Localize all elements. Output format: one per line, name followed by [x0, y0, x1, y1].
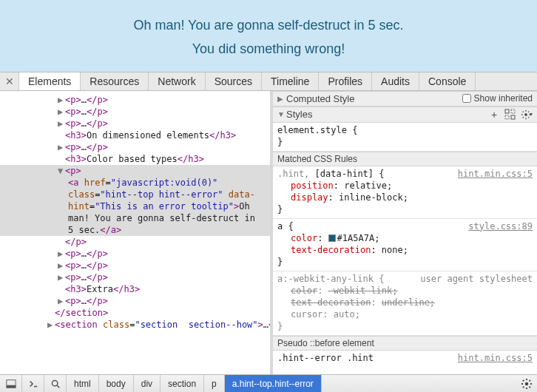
preview-line-1: Oh man! You are gonna self-destruct in 5…	[7, 13, 530, 37]
tab-profiles[interactable]: Profiles	[319, 72, 372, 90]
svg-point-7	[52, 380, 57, 385]
dom-tree-row[interactable]: ▶<p>…</p>	[0, 295, 270, 307]
css-prop[interactable]: display	[291, 192, 328, 203]
tab-network[interactable]: Network	[149, 72, 205, 90]
css-val: -webkit-link;	[328, 285, 398, 296]
matched-rules-header: Matched CSS Rules	[273, 152, 537, 166]
show-inherited-checkbox[interactable]	[462, 94, 471, 103]
css-prop: color	[291, 285, 317, 296]
svg-point-8	[525, 382, 528, 385]
css-prop[interactable]: color	[291, 233, 317, 243]
chevron-down-icon: ▼	[277, 110, 286, 118]
dom-tree-row[interactable]: <h3>Extra</h3>	[0, 283, 270, 295]
selector-strong: [data-hint]	[315, 169, 374, 179]
close-devtools-button[interactable]: ✕	[0, 72, 19, 90]
css-val[interactable]: none;	[382, 245, 408, 255]
dom-tree-row[interactable]: ▶<p>…</p>	[0, 271, 270, 283]
dom-tree-row[interactable]: ▶<section class="section section--how">……	[0, 319, 270, 331]
svg-rect-1	[511, 109, 515, 113]
styles-settings-button[interactable]: ▾	[521, 109, 533, 121]
breadcrumb-a[interactable]: a.hint--top.hint--error	[225, 375, 322, 392]
selector-ua: a:-webkit-any-link	[277, 274, 374, 284]
toggle-element-state-button[interactable]	[504, 109, 516, 121]
dom-selected-node[interactable]: <a href="javascript:void(0)" class="hint…	[0, 177, 270, 236]
dom-tree-row[interactable]: ▶<p>…</p>	[0, 94, 270, 106]
inspect-element-button[interactable]	[44, 375, 67, 392]
css-rule-ua[interactable]: user agent stylesheet a:-webkit-any-link…	[273, 271, 537, 336]
dom-tree-row[interactable]: <h3>On dimensioned elements</h3>	[0, 129, 270, 141]
dom-tree-row[interactable]: ▶<p>…</p>	[0, 118, 270, 129]
dom-tree-pane[interactable]: ▶<p>…</p>▶<p>…</p>▶<p>…</p><h3>On dimens…	[0, 91, 270, 374]
breadcrumb-html[interactable]: html	[67, 375, 99, 392]
svg-rect-6	[6, 385, 15, 388]
selector-dim: .hint,	[277, 169, 315, 179]
element-style-selector: element.style {	[277, 125, 357, 135]
tab-sources[interactable]: Sources	[206, 72, 262, 90]
source-link-hint[interactable]: hint.min.css:5	[458, 168, 533, 180]
new-style-rule-button[interactable]: +	[488, 109, 500, 121]
breadcrumb-p[interactable]: p	[204, 375, 225, 392]
tab-audits[interactable]: Audits	[372, 72, 419, 90]
source-link-pseudo[interactable]: hint.min.css:5	[458, 352, 533, 364]
dock-side-button[interactable]	[0, 375, 22, 392]
show-inherited-toggle[interactable]: Show inherited	[462, 93, 533, 104]
css-prop: cursor	[291, 309, 322, 320]
dom-tree-row[interactable]: <h3>Color based types</h3>	[0, 153, 270, 165]
dom-tree-row[interactable]: </p>	[0, 236, 270, 248]
css-val: underline;	[382, 297, 435, 308]
css-prop: text-decoration	[291, 297, 371, 308]
css-prop[interactable]: text-decoration	[291, 245, 371, 255]
breadcrumb-div[interactable]: div	[134, 375, 161, 392]
svg-rect-0	[505, 109, 509, 113]
svg-rect-2	[505, 115, 509, 119]
tab-resources[interactable]: Resources	[81, 72, 149, 90]
devtools-main: ▶<p>…</p>▶<p>…</p>▶<p>…</p><h3>On dimens…	[0, 91, 537, 374]
dom-tree-row[interactable]: ▶<p>…</p>	[0, 248, 270, 260]
computed-style-header[interactable]: ▶ Computed Style Show inherited	[273, 91, 537, 107]
show-console-button[interactable]	[22, 375, 44, 392]
selector-strong: a	[277, 221, 283, 232]
css-rule-a[interactable]: style.css:89 a { color: #1A5A7A; text-de…	[273, 219, 537, 271]
pseudo-selector: .hint--error .hint	[277, 353, 374, 363]
bottom-toolbar: html body div section p a.hint--top.hint…	[0, 374, 537, 392]
tab-console[interactable]: Console	[419, 72, 476, 90]
computed-style-label: Computed Style	[286, 93, 355, 104]
dom-tree-row[interactable]: ▶<p>…</p>	[0, 141, 270, 153]
svg-point-4	[524, 113, 527, 116]
css-rule-hint[interactable]: hint.min.css:5 .hint, [data-hint] { posi…	[273, 166, 537, 219]
settings-gear-button[interactable]	[516, 375, 537, 392]
svg-rect-3	[511, 115, 515, 119]
page-preview: Oh man! You are gonna self-destruct in 5…	[0, 0, 537, 72]
element-style-block[interactable]: element.style { }	[273, 123, 537, 152]
dom-tree-row[interactable]: ▶<p>…</p>	[0, 106, 270, 118]
dom-tree-row[interactable]: </section>	[0, 307, 270, 319]
css-val[interactable]: #1A5A7A;	[337, 233, 380, 243]
devtools-tabs: ✕ Elements Resources Network Sources Tim…	[0, 72, 537, 91]
breadcrumb-section[interactable]: section	[161, 375, 204, 392]
css-rule-pseudo[interactable]: hint.min.css:5 .hint--error .hint	[273, 351, 537, 367]
css-prop[interactable]: position	[291, 180, 334, 191]
dom-tree-row[interactable]: ▶<p>…</p>	[0, 260, 270, 271]
tab-timeline[interactable]: Timeline	[262, 72, 319, 90]
chevron-right-icon: ▶	[277, 95, 286, 103]
styles-pane[interactable]: ▶ Computed Style Show inherited ▼ Styles…	[273, 91, 537, 374]
tab-elements[interactable]: Elements	[19, 72, 81, 90]
styles-header[interactable]: ▼ Styles + ▾	[273, 107, 537, 123]
source-ua-label: user agent stylesheet	[420, 273, 533, 285]
preview-line-2: You did something wrong!	[7, 37, 530, 61]
color-swatch[interactable]	[328, 234, 336, 242]
css-val[interactable]: inline-block;	[339, 192, 408, 203]
pseudo-before-header: Pseudo ::before element	[273, 336, 537, 351]
show-inherited-label: Show inherited	[474, 93, 533, 104]
styles-label: Styles	[286, 109, 312, 120]
source-link-a[interactable]: style.css:89	[468, 220, 533, 232]
css-val: auto;	[334, 309, 360, 320]
css-val[interactable]: relative;	[344, 180, 392, 191]
breadcrumb-body[interactable]: body	[99, 375, 134, 392]
dom-tree-row[interactable]: ▼<p>	[0, 165, 270, 177]
